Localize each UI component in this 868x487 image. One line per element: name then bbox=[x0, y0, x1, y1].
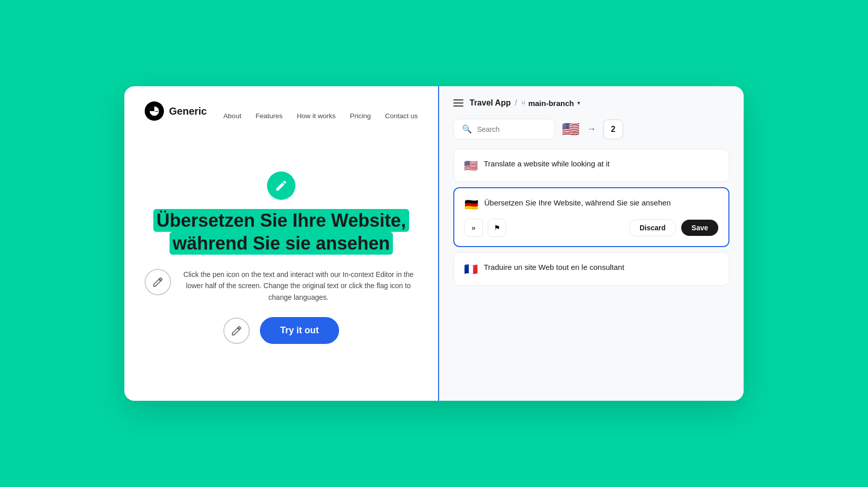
breadcrumb-separator: / bbox=[515, 98, 517, 108]
search-icon: 🔍 bbox=[462, 124, 472, 134]
translation-card-de: 🇩🇪 Übersetzen Sie Ihre Website, während … bbox=[453, 187, 729, 247]
try-it-out-button[interactable]: Try it out bbox=[260, 317, 339, 344]
chevron-down-icon: ▾ bbox=[577, 99, 580, 107]
search-row: 🔍 🇺🇸 → 2 bbox=[453, 119, 729, 140]
instruction-text: Click the pen icon on the text and inter… bbox=[179, 269, 418, 303]
pen-icon-outline bbox=[223, 318, 250, 344]
pen-icon-gray-instruction bbox=[145, 269, 171, 295]
nav-pricing[interactable]: Pricing bbox=[350, 112, 371, 120]
branch-icon: ⑂ bbox=[521, 99, 525, 107]
header-row: Generic About Features How it works Pric… bbox=[145, 101, 418, 130]
nav-about[interactable]: About bbox=[223, 112, 241, 120]
hamburger-menu-icon[interactable] bbox=[453, 99, 463, 107]
app-name: Travel App bbox=[470, 98, 511, 108]
logo-area: Generic bbox=[145, 101, 207, 121]
translation-text-de: Übersetzen Sie Ihre Website, während Sie… bbox=[484, 197, 671, 209]
arrow-icon: → bbox=[587, 124, 596, 134]
logo-name: Generic bbox=[169, 106, 207, 117]
translation-text-en: Translate a website while looking at it bbox=[484, 158, 610, 170]
card-actions-de: » ⚑ Discard Save bbox=[464, 219, 718, 237]
nav-how-it-works[interactable]: How it works bbox=[297, 112, 336, 120]
nav-features[interactable]: Features bbox=[255, 112, 282, 120]
card-top-row-fr: 🇫🇷 Traduire un site Web tout en le consu… bbox=[464, 262, 719, 276]
nav-links: About Features How it works Pricing Cont… bbox=[223, 112, 418, 120]
hero-title-line2: während Sie sie ansehen bbox=[170, 232, 393, 255]
instruction-area: Click the pen icon on the text and inter… bbox=[145, 269, 418, 303]
source-language-flag[interactable]: 🇺🇸 bbox=[562, 121, 580, 137]
card-top-row-en: 🇺🇸 Translate a website while looking at … bbox=[464, 158, 719, 172]
cta-area: Try it out bbox=[223, 317, 339, 344]
left-panel: Generic About Features How it works Pric… bbox=[124, 86, 439, 401]
flag-btn[interactable]: ⚑ bbox=[488, 219, 506, 237]
hero-title-line1: Übersetzen Sie Ihre Website, bbox=[153, 209, 409, 232]
branch-selector[interactable]: ⑂ main-branch ▾ bbox=[521, 99, 580, 108]
logo-icon bbox=[145, 101, 164, 121]
translation-list: 🇺🇸 Translate a website while looking at … bbox=[453, 149, 729, 286]
left-content: Übersetzen Sie Ihre Website, während Sie… bbox=[145, 130, 418, 386]
breadcrumb: Travel App / ⑂ main-branch ▾ bbox=[470, 98, 580, 108]
main-container: Generic About Features How it works Pric… bbox=[124, 86, 744, 401]
translation-count-badge: 2 bbox=[603, 119, 623, 140]
forward-btn[interactable]: » bbox=[464, 219, 483, 237]
discard-button[interactable]: Discard bbox=[629, 219, 676, 236]
card-top-row-de: 🇩🇪 Übersetzen Sie Ihre Website, während … bbox=[464, 197, 718, 212]
branch-name: main-branch bbox=[528, 99, 574, 108]
translation-card-fr: 🇫🇷 Traduire un site Web tout en le consu… bbox=[453, 252, 729, 286]
flag-fr: 🇫🇷 bbox=[464, 263, 478, 276]
nav-contact[interactable]: Contact us bbox=[385, 112, 418, 120]
pen-icon-teal[interactable] bbox=[267, 171, 295, 200]
translation-text-fr: Traduire un site Web tout en le consulta… bbox=[484, 262, 624, 273]
flag-de: 🇩🇪 bbox=[464, 198, 478, 212]
translation-card-en: 🇺🇸 Translate a website while looking at … bbox=[453, 149, 729, 182]
hero-title: Übersetzen Sie Ihre Website, während Sie… bbox=[153, 209, 409, 255]
flag-en: 🇺🇸 bbox=[464, 159, 478, 172]
right-header: Travel App / ⑂ main-branch ▾ bbox=[453, 98, 729, 108]
search-input[interactable] bbox=[477, 125, 546, 133]
right-panel: Travel App / ⑂ main-branch ▾ 🔍 🇺🇸 → 2 bbox=[439, 86, 744, 401]
save-button[interactable]: Save bbox=[681, 220, 718, 236]
search-box[interactable]: 🔍 bbox=[453, 119, 555, 140]
